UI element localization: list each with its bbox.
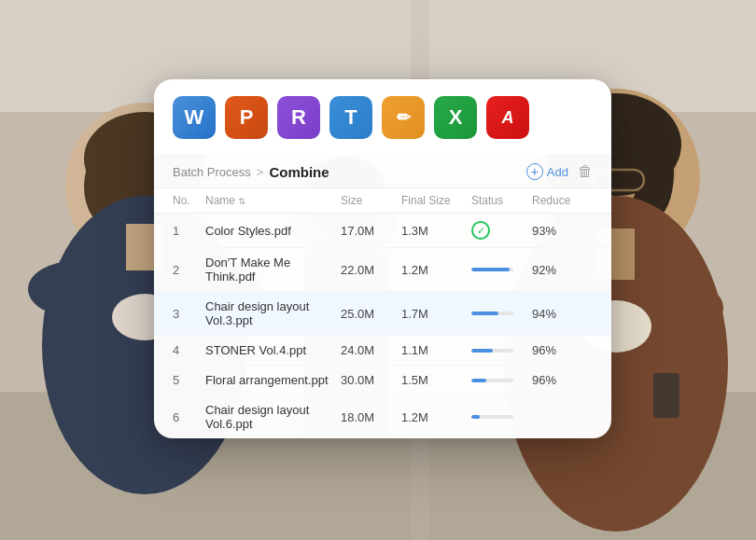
status-cell <box>471 379 532 382</box>
rtf-icon[interactable]: R <box>277 96 320 139</box>
row-number: 2 <box>173 263 205 277</box>
row-number: 5 <box>173 373 205 387</box>
file-size: 17.0M <box>341 224 401 238</box>
final-size: 1.5M <box>401 373 471 387</box>
status-cell: ✓ <box>471 221 532 240</box>
pages-icon[interactable]: ✏ <box>382 96 425 139</box>
table-row[interactable]: 6 Chair design layout Vol.6.ppt 18.0M 1.… <box>154 395 611 438</box>
progress-fill <box>471 415 480 419</box>
table-row[interactable]: 4 STONER Vol.4.ppt 24.0M 1.1M 96% <box>154 336 611 366</box>
powerpoint-icon[interactable]: P <box>225 96 268 139</box>
progress-bar <box>471 312 513 315</box>
table-header: No. Name ⇅ Size Final Size Status Reduce <box>154 188 611 214</box>
status-cell <box>471 312 532 315</box>
col-name-header: Name ⇅ <box>205 194 341 207</box>
status-cell <box>471 268 532 271</box>
final-size: 1.7M <box>401 307 471 321</box>
file-size: 18.0M <box>341 410 401 424</box>
file-name: Chair design layout Vol.3.ppt <box>205 299 341 327</box>
progress-fill <box>471 349 493 353</box>
col-size-header: Size <box>341 194 401 207</box>
file-name: STONER Vol.4.ppt <box>205 343 341 357</box>
add-circle-icon: + <box>526 163 543 180</box>
final-size: 1.2M <box>401 263 471 277</box>
table-row[interactable]: 1 Color Styles.pdf 17.0M 1.3M ✓ 93% <box>154 214 611 248</box>
file-size: 25.0M <box>341 307 401 321</box>
final-size: 1.3M <box>401 224 471 238</box>
main-card: W P R T ✏ X A Batch Process > Combine + … <box>154 79 611 438</box>
progress-fill <box>471 379 486 382</box>
progress-fill <box>471 312 498 315</box>
add-button[interactable]: + Add <box>526 163 568 180</box>
file-name: Chair design layout Vol.6.ppt <box>205 403 341 431</box>
excel-icon[interactable]: X <box>434 96 477 139</box>
table-row[interactable]: 2 Don'T Make Me Think.pdf 22.0M 1.2M 92% <box>154 248 611 292</box>
progress-fill <box>471 268 510 271</box>
text-icon[interactable]: T <box>329 96 372 139</box>
row-number: 4 <box>173 343 205 357</box>
word-icon[interactable]: W <box>173 96 216 139</box>
file-size: 22.0M <box>341 263 401 277</box>
progress-bar <box>471 349 513 353</box>
breadcrumb-actions: + Add 🗑 <box>526 163 593 180</box>
col-reduce-header: Reduce <box>532 194 593 207</box>
row-number: 1 <box>173 224 205 238</box>
col-status-header: Status <box>471 194 532 207</box>
progress-bar <box>471 415 513 419</box>
file-size: 24.0M <box>341 343 401 357</box>
files-table: No. Name ⇅ Size Final Size Status Reduce… <box>154 188 611 438</box>
final-size: 1.2M <box>401 410 471 424</box>
final-size: 1.1M <box>401 343 471 357</box>
reduce-value: 96% <box>532 343 593 357</box>
col-final-size-header: Final Size <box>401 194 471 207</box>
status-cell <box>471 415 532 419</box>
file-name: Color Styles.pdf <box>205 224 341 238</box>
reduce-value: 94% <box>532 307 593 321</box>
breadcrumb-separator: > <box>257 165 264 179</box>
row-number: 6 <box>173 410 205 424</box>
status-cell <box>471 349 532 353</box>
reduce-value: 92% <box>532 263 593 277</box>
file-name: Floral arrangement.ppt <box>205 373 341 387</box>
status-done-icon: ✓ <box>471 221 490 240</box>
reduce-value: 93% <box>532 224 593 238</box>
progress-bar <box>471 379 513 382</box>
app-icons-bar: W P R T ✏ X A <box>154 79 611 154</box>
progress-bar <box>471 268 513 271</box>
file-size: 30.0M <box>341 373 401 387</box>
table-row[interactable]: 3 Chair design layout Vol.3.ppt 25.0M 1.… <box>154 292 611 336</box>
trash-icon[interactable]: 🗑 <box>578 163 593 180</box>
breadcrumb-current: Combine <box>269 164 329 180</box>
row-number: 3 <box>173 307 205 321</box>
add-label: Add <box>547 165 568 179</box>
col-no-header: No. <box>173 194 205 207</box>
reduce-value: 96% <box>532 373 593 387</box>
table-row[interactable]: 5 Floral arrangement.ppt 30.0M 1.5M 96% <box>154 366 611 395</box>
breadcrumb-row: Batch Process > Combine + Add 🗑 <box>154 154 611 188</box>
acrobat-icon[interactable]: A <box>486 96 529 139</box>
file-name: Don'T Make Me Think.pdf <box>205 256 341 284</box>
breadcrumb-parent[interactable]: Batch Process <box>173 165 251 179</box>
sort-icon[interactable]: ⇅ <box>238 196 245 206</box>
